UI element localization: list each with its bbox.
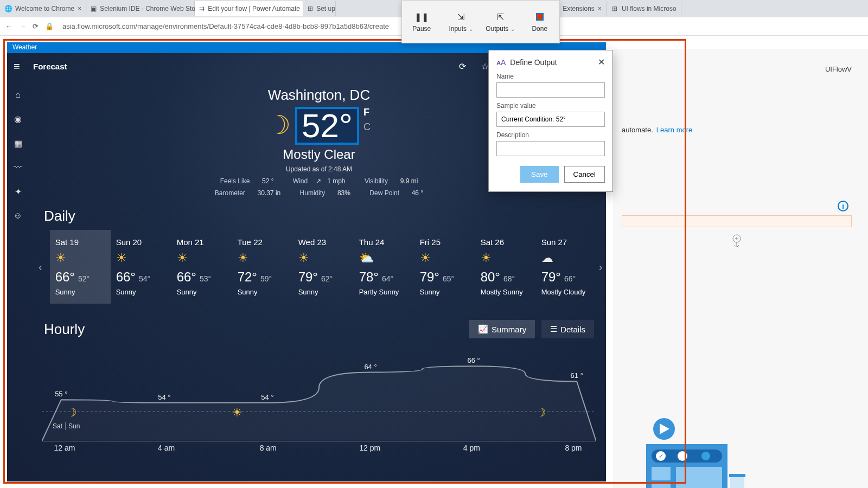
power-automate-panel: UIFlowV automate.Learn more i ✓ ready to… bbox=[613, 49, 868, 488]
summary-tab[interactable]: 📈Summary bbox=[469, 320, 535, 338]
svg-point-11 bbox=[678, 451, 687, 461]
daily-card[interactable]: Sun 27 ☁ 79°66° Mostly Cloudy bbox=[536, 230, 597, 304]
current-temp-selected[interactable]: 52° bbox=[295, 107, 359, 145]
day-name: Thu 24 bbox=[359, 237, 409, 247]
high-temp: 66° bbox=[177, 269, 196, 284]
unit-toggle[interactable]: FC bbox=[363, 107, 371, 133]
add-step-button[interactable] bbox=[622, 227, 852, 254]
radar-icon[interactable]: ◉ bbox=[14, 114, 22, 124]
forward-icon[interactable]: → bbox=[19, 22, 26, 30]
daily-card[interactable]: Thu 24 ⛅ 78°64° Partly Sunny bbox=[354, 230, 414, 304]
moon-icon: ☽ bbox=[267, 112, 291, 138]
daily-card[interactable]: Sun 20 ☀ 66°54° Sunny bbox=[111, 230, 171, 304]
moon-icon: ☽ bbox=[535, 406, 546, 420]
description-input[interactable] bbox=[496, 141, 605, 156]
save-button[interactable]: Save bbox=[520, 166, 558, 183]
history-icon[interactable]: 〰 bbox=[14, 163, 22, 172]
chevron-right-icon[interactable]: › bbox=[597, 261, 605, 273]
day-condition: Sunny bbox=[238, 288, 288, 296]
chevron-down-icon: ⌄ bbox=[510, 26, 515, 32]
close-icon[interactable]: ✕ bbox=[598, 57, 605, 67]
low-temp: 68° bbox=[503, 274, 515, 283]
daily-card[interactable]: Fri 25 ☀ 79°65° Sunny bbox=[414, 230, 475, 304]
svg-rect-7 bbox=[676, 467, 722, 488]
daily-card[interactable]: Sat 19 ☀ 66°52° Sunny bbox=[50, 230, 111, 304]
browser-tab[interactable]: ⊞Set up bbox=[303, 1, 336, 16]
description-label: Description bbox=[496, 131, 605, 139]
hourly-temp-label: 54 ° bbox=[261, 393, 273, 401]
weather-icon: ⛅ bbox=[359, 251, 409, 265]
chevron-left-icon[interactable]: ‹ bbox=[36, 261, 44, 273]
refresh-icon[interactable]: ⟳ bbox=[459, 61, 466, 72]
home-icon[interactable]: ⌂ bbox=[15, 90, 21, 100]
inputs-icon: ⇲ bbox=[457, 11, 464, 23]
day-name: Fri 25 bbox=[420, 237, 470, 247]
inputs-button[interactable]: ⇲Inputs⌄ bbox=[442, 11, 481, 33]
done-button[interactable]: Done bbox=[520, 11, 560, 33]
pause-button[interactable]: ❚❚Pause bbox=[402, 11, 442, 33]
daily-card[interactable]: Tue 22 ☀ 72°59° Sunny bbox=[232, 230, 293, 304]
cancel-button[interactable]: Cancel bbox=[564, 166, 605, 183]
day-name: Sun 20 bbox=[116, 237, 166, 247]
daily-card[interactable]: Sat 26 ☀ 80°68° Mostly Sunny bbox=[475, 230, 536, 304]
sample-label: Sample value bbox=[496, 102, 605, 110]
sample-input[interactable] bbox=[496, 112, 605, 127]
hour-tick: 12 am bbox=[48, 444, 81, 452]
hour-tick: 12 pm bbox=[354, 444, 386, 452]
learn-more-link[interactable]: Learn more bbox=[656, 126, 692, 134]
high-temp: 66° bbox=[55, 269, 75, 284]
hourly-axis: 12 am4 am8 am12 pm4 pm8 pm bbox=[48, 444, 590, 452]
hourly-temp-label: 66 ° bbox=[467, 356, 480, 364]
day-name: Tue 22 bbox=[238, 237, 288, 247]
warning-banner bbox=[622, 215, 852, 227]
outputs-icon: ⇱ bbox=[497, 11, 504, 23]
weather-icon: ☀ bbox=[238, 251, 288, 265]
hamburger-icon[interactable]: ≡ bbox=[14, 60, 29, 73]
daily-card[interactable]: Wed 23 ☀ 79°62° Sunny bbox=[293, 230, 354, 304]
weather-icon: ☀ bbox=[116, 251, 166, 265]
hour-tick: 4 am bbox=[150, 444, 183, 452]
hour-tick: 4 pm bbox=[455, 444, 488, 452]
outputs-button[interactable]: ⇱Outputs⌄ bbox=[481, 11, 520, 33]
reload-icon[interactable]: ⟳ bbox=[33, 22, 39, 30]
hourly-chart: ☽ ☀ ☽ SatSun 55 °54 °54 °64 °66 °61 ° bbox=[42, 349, 596, 441]
favorites-icon[interactable]: ✦ bbox=[15, 187, 22, 197]
favorite-icon[interactable]: ☆ bbox=[481, 61, 489, 72]
day-condition: Sunny bbox=[177, 288, 227, 296]
weather-icon: ☁ bbox=[541, 251, 591, 265]
chevron-down-icon: ⌄ bbox=[469, 26, 473, 32]
name-input[interactable] bbox=[496, 82, 605, 98]
low-temp: 52° bbox=[78, 274, 90, 283]
day-name: Mon 21 bbox=[177, 237, 227, 247]
browser-tab[interactable]: ⊞UI flows in Microso bbox=[607, 1, 681, 16]
selenium-icon: ▣ bbox=[91, 5, 97, 12]
back-icon[interactable]: ← bbox=[5, 22, 12, 30]
low-temp: 53° bbox=[200, 274, 211, 283]
moon-icon: ☽ bbox=[66, 406, 77, 420]
ms-icon: ⊞ bbox=[611, 5, 618, 12]
day-name: Sat 26 bbox=[481, 237, 531, 247]
details-tab[interactable]: ☰Details bbox=[541, 320, 594, 338]
browser-tab[interactable]: 🌐Welcome to Chrome× bbox=[0, 1, 86, 16]
day-name: Wed 23 bbox=[298, 237, 348, 247]
browser-tab[interactable]: ▣Selenium IDE - Chrome Web Sto× bbox=[86, 1, 195, 16]
day-name: Sat 19 bbox=[55, 237, 105, 247]
browser-tab-active[interactable]: ⇉Edit your flow | Power Automate× bbox=[195, 1, 303, 16]
recorder-illustration: ✓ bbox=[627, 417, 752, 488]
close-icon[interactable]: × bbox=[598, 5, 602, 12]
page-title: Forecast bbox=[33, 62, 67, 71]
list-icon: ☰ bbox=[550, 324, 557, 334]
close-icon[interactable]: × bbox=[78, 5, 81, 12]
daily-heading: Daily bbox=[44, 208, 602, 224]
low-temp: 59° bbox=[260, 274, 272, 283]
daily-card[interactable]: Mon 21 ☀ 66°53° Sunny bbox=[171, 230, 232, 304]
day-condition: Mostly Sunny bbox=[481, 288, 531, 296]
svg-point-12 bbox=[701, 452, 710, 460]
info-icon[interactable]: i bbox=[838, 201, 848, 211]
maps-icon[interactable]: ▦ bbox=[14, 138, 22, 149]
hourly-heading: Hourly bbox=[44, 321, 85, 338]
weather-icon: ☀ bbox=[298, 251, 348, 265]
feedback-icon[interactable]: ☺ bbox=[14, 211, 22, 221]
weather-icon: ☀ bbox=[481, 251, 531, 265]
high-temp: 79° bbox=[420, 269, 439, 284]
